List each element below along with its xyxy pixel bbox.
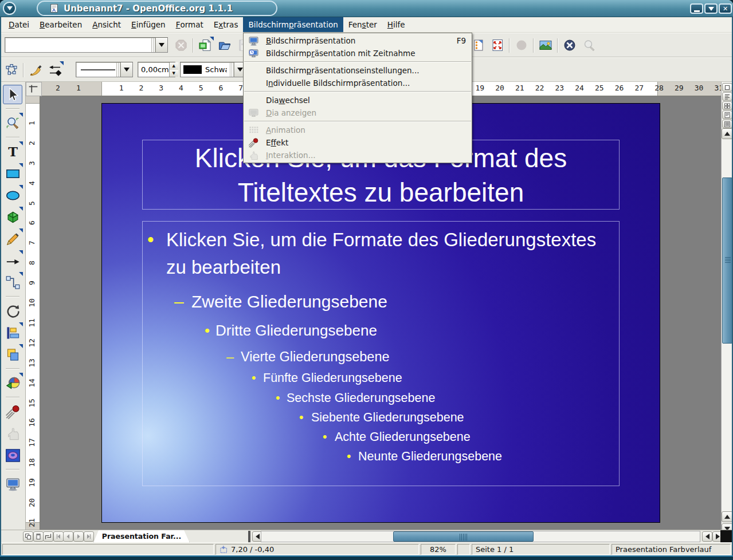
tab-selector[interactable]	[26, 82, 42, 96]
presentation-timer-icon	[248, 48, 261, 59]
line-style-combobox[interactable]	[76, 62, 133, 77]
line-width-field[interactable]: 0,00cm ▲▼	[138, 62, 175, 77]
bildschirmpraesentation-menu: BildschirmpräsentationF9Bildschirmpräsen…	[243, 33, 472, 163]
statusbar: 7,20 / -0,40 82% Seite 1 / 1 Praesentati…	[0, 542, 733, 555]
minimize-button[interactable]	[690, 3, 703, 14]
menuitem-bildschirmpraesentationseinstellungen[interactable]: Bildschirmpräsentationseinstellungen...	[244, 64, 472, 77]
vertical-scroll-thumb[interactable]	[722, 178, 732, 344]
arrow-style-button[interactable]	[47, 62, 63, 78]
menuitem-diawechsel[interactable]: Diawechsel	[244, 94, 472, 107]
horizontal-scrollbar[interactable]	[261, 531, 700, 542]
menu-bearbeiten[interactable]: Bearbeiten	[34, 17, 87, 32]
ruler-number: 2	[56, 84, 60, 92]
notes-view-button[interactable]	[722, 111, 732, 119]
menu-bildschirmpraesentation[interactable]: Bildschirmpräsentation	[243, 17, 343, 32]
url-combobox[interactable]	[5, 37, 168, 53]
master-mode-button[interactable]	[33, 531, 44, 542]
rectangle-tool-button[interactable]	[3, 164, 22, 183]
previous-page-button[interactable]	[722, 511, 733, 522]
alignment-tool-button[interactable]	[3, 323, 22, 342]
outline-text: Vierte Gliederungsebene	[241, 349, 390, 364]
open-button[interactable]	[217, 37, 233, 53]
slide-tab[interactable]: Praesentation Far...	[93, 530, 190, 543]
menuitem-individuelle-bildschirmpraesentation[interactable]: Individuelle Bildschirmpräsentation...	[244, 77, 472, 89]
scroll-up-button[interactable]	[722, 128, 733, 139]
close-button[interactable]: ✕	[719, 3, 732, 14]
titlebar[interactable]: Unbenannt7 - OpenOffice.org 1.1.1 ✕	[0, 0, 733, 17]
controller3d-tool-button[interactable]	[3, 445, 22, 465]
line-style-dropdown-button[interactable]	[120, 62, 132, 77]
scroll-left-button-2[interactable]	[702, 531, 712, 542]
select-tool-button[interactable]	[3, 85, 22, 104]
gallery-button[interactable]	[538, 37, 554, 53]
text-tool-button[interactable]: T	[3, 142, 22, 161]
outline-placeholder[interactable]: •Klicken Sie, um die Formate des Glieder…	[142, 221, 620, 486]
ruler-number: 16	[28, 419, 36, 428]
pen-button[interactable]	[28, 62, 44, 78]
ellipse-icon	[5, 188, 21, 203]
dropdown-corner-icon	[19, 185, 23, 189]
outline-item-level-7: •Siebente Gliederungsebene	[299, 409, 611, 425]
menu-fenster[interactable]: Fenster	[343, 17, 382, 32]
status-template-field[interactable]: Praesentation Farbverlauf	[612, 544, 731, 555]
resize-corner[interactable]	[720, 530, 733, 543]
ruler-number: 28	[654, 84, 664, 92]
arrange-tool-button[interactable]	[3, 345, 22, 364]
outline-text: Neunte Gliederungsebene	[358, 449, 502, 463]
status-position-field[interactable]: 7,20 / -0,40	[215, 544, 419, 555]
curve-tool-button[interactable]	[3, 229, 22, 249]
object3d-tool-button[interactable]	[3, 207, 22, 227]
ruler-number: 7	[28, 240, 36, 245]
chevron-down-icon	[7, 6, 13, 10]
url-dropdown-button[interactable]	[155, 38, 167, 52]
spin-down-icon[interactable]: ▼	[170, 70, 178, 77]
outline-view-button[interactable]	[722, 92, 732, 101]
horizontal-scroll-thumb[interactable]	[393, 531, 534, 542]
zoom-page-button[interactable]	[489, 37, 505, 53]
window-menu-button[interactable]	[3, 2, 16, 15]
page-mode-button[interactable]	[23, 531, 33, 542]
menuitem-bildschirmpraesentation[interactable]: BildschirmpräsentationF9	[244, 34, 472, 47]
navigator-button[interactable]	[562, 37, 578, 53]
status-page-field[interactable]: Seite 1 / 1	[472, 544, 610, 555]
drawing-view-button[interactable]	[722, 83, 732, 92]
menu-hilfe[interactable]: Hilfe	[382, 17, 410, 32]
rotate-tool-button[interactable]	[3, 301, 22, 321]
insert-tool-button[interactable]	[3, 373, 22, 393]
vertical-ruler[interactable]: 123456789101112131415161718192021	[26, 96, 40, 530]
ruler-number: 4	[28, 181, 36, 186]
navigator-icon	[563, 38, 577, 52]
line-tool-button[interactable]	[3, 251, 22, 270]
line-width-spinner[interactable]: ▲▼	[169, 62, 178, 77]
line-color-combobox[interactable]: Schwarz	[180, 62, 246, 77]
slide[interactable]: Klicken Sie, um das Format desTiteltexte…	[101, 103, 660, 523]
connector-tool-button[interactable]	[3, 273, 22, 292]
url-input[interactable]	[5, 38, 151, 52]
menu-datei[interactable]: Datei	[3, 17, 34, 32]
spin-up-icon[interactable]: ▲	[170, 62, 178, 70]
ruler-number: 2	[28, 141, 36, 145]
ellipse-tool-button[interactable]	[3, 186, 22, 205]
status-modified-field	[457, 544, 470, 555]
menu-ansicht[interactable]: Ansicht	[87, 17, 126, 32]
partially-hidden-button[interactable]	[470, 37, 486, 53]
layer-mode-button[interactable]	[43, 531, 53, 542]
slides-view-button[interactable]	[722, 101, 732, 110]
vertical-scrollbar[interactable]	[721, 82, 733, 537]
presentation-tool-tool-button[interactable]	[3, 474, 22, 494]
zoom-tool-tool-button[interactable]	[3, 113, 22, 133]
menuitem-bildschirmpraesentation-mit-zeitnahme[interactable]: Bildschirmpräsentation mit Zeitnahme	[244, 47, 472, 60]
edit-points-button[interactable]	[3, 62, 19, 78]
menu-einfuegen[interactable]: Einfügen	[126, 17, 171, 32]
handout-view-button[interactable]	[722, 120, 732, 128]
menuitem-effekt[interactable]: Effekt	[244, 136, 472, 149]
splitter-handle[interactable]	[248, 531, 250, 542]
drawing-view-icon	[724, 84, 731, 91]
effect-tool-tool-button[interactable]	[3, 402, 22, 421]
menu-extras[interactable]: Extras	[209, 17, 244, 32]
toolbar-separator	[557, 38, 558, 53]
maximize-button[interactable]	[704, 3, 718, 14]
new-document-button[interactable]	[197, 37, 213, 53]
status-zoom-field[interactable]: 82%	[421, 544, 456, 555]
menu-format[interactable]: Format	[171, 17, 209, 32]
